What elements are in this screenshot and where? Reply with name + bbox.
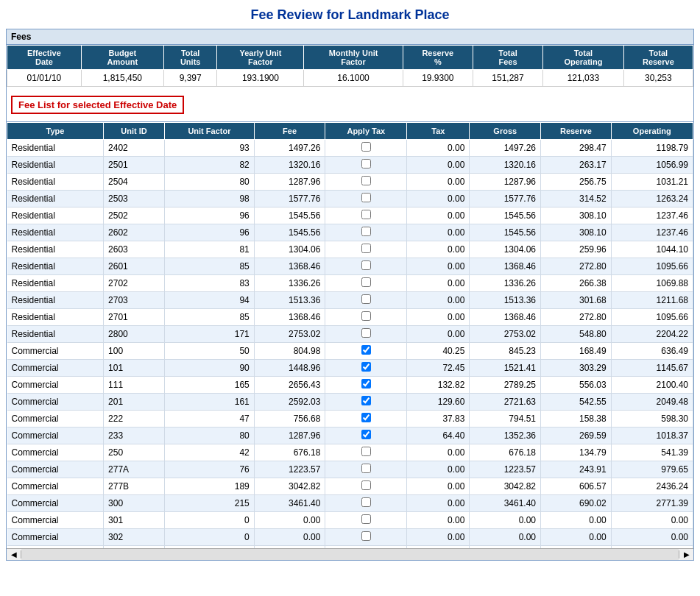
cell-6: 1368.46 [470, 258, 541, 275]
cell-6: 0.00 [470, 529, 541, 546]
cell-4[interactable] [325, 174, 407, 191]
apply-tax-checkbox[interactable] [361, 480, 371, 490]
header-col-monthly_unit_factor: Monthly UnitFactor [304, 46, 403, 70]
apply-tax-checkbox[interactable] [361, 227, 371, 236]
apply-tax-checkbox[interactable] [361, 328, 371, 338]
cell-2: 0 [165, 512, 255, 529]
table-row: Residential2703941513.360.001513.36301.6… [7, 292, 693, 309]
detail-col-fee: Fee [254, 123, 325, 140]
cell-4[interactable] [325, 411, 407, 428]
table-row: Residential2402931497.260.001497.26298.4… [7, 140, 693, 157]
cell-1: 2800 [104, 326, 165, 343]
cell-2: 50 [165, 343, 255, 360]
apply-tax-checkbox[interactable] [361, 142, 371, 152]
cell-4[interactable] [325, 360, 407, 377]
apply-tax-checkbox[interactable] [361, 413, 371, 422]
scroll-left-btn[interactable]: ◀ [7, 550, 21, 558]
cell-6: 1287.96 [470, 174, 541, 191]
cell-7: 243.91 [541, 461, 612, 478]
cell-2: 76 [165, 461, 255, 478]
apply-tax-checkbox[interactable] [361, 362, 371, 372]
cell-4[interactable] [325, 157, 407, 174]
apply-tax-checkbox[interactable] [361, 514, 371, 524]
horizontal-scrollbar[interactable] [21, 549, 679, 560]
cell-7: 308.10 [541, 207, 612, 224]
apply-tax-checkbox[interactable] [361, 294, 371, 304]
cell-0: Commercial [7, 343, 104, 360]
cell-4[interactable] [325, 191, 407, 207]
cell-6: 1352.36 [470, 428, 541, 444]
scroll-right-btn[interactable]: ▶ [679, 550, 693, 558]
apply-tax-checkbox[interactable] [361, 193, 371, 202]
apply-tax-checkbox[interactable] [361, 345, 371, 355]
cell-3: 1287.96 [254, 428, 325, 444]
table-row: Commercial30200.000.000.000.000.00 [7, 529, 693, 546]
cell-4[interactable] [325, 275, 407, 292]
cell-4[interactable] [325, 444, 407, 461]
cell-4[interactable] [325, 309, 407, 326]
cell-4[interactable] [325, 428, 407, 444]
cell-0: Residential [7, 275, 104, 292]
cell-2: 85 [165, 309, 255, 326]
apply-tax-checkbox[interactable] [361, 396, 371, 405]
apply-tax-checkbox[interactable] [361, 159, 371, 168]
cell-7: 256.75 [541, 174, 612, 191]
cell-0: Residential [7, 258, 104, 275]
cell-3: 1320.16 [254, 157, 325, 174]
cell-4[interactable] [325, 512, 407, 529]
cell-1: 277A [104, 461, 165, 478]
cell-7: 0.00 [541, 512, 612, 529]
cell-6: 1336.26 [470, 275, 541, 292]
apply-tax-checkbox[interactable] [361, 464, 371, 473]
cell-4[interactable] [325, 478, 407, 495]
cell-5: 64.40 [407, 428, 470, 444]
apply-tax-checkbox[interactable] [361, 447, 371, 456]
apply-tax-checkbox[interactable] [361, 176, 371, 185]
apply-tax-checkbox[interactable] [361, 260, 371, 270]
cell-4[interactable] [325, 343, 407, 360]
cell-0: Residential [7, 191, 104, 207]
cell-3: 0.00 [254, 512, 325, 529]
cell-3: 1545.56 [254, 207, 325, 224]
cell-2: 189 [165, 478, 255, 495]
cell-0: Commercial [7, 360, 104, 377]
cell-1: 301 [104, 512, 165, 529]
cell-4[interactable] [325, 495, 407, 512]
cell-4[interactable] [325, 394, 407, 411]
apply-tax-checkbox[interactable] [361, 311, 371, 321]
cell-4[interactable] [325, 224, 407, 241]
cell-8: 636.49 [611, 343, 693, 360]
apply-tax-checkbox[interactable] [361, 531, 371, 541]
detail-table-wrapper[interactable]: TypeUnit IDUnit FactorFeeApply TaxTaxGro… [7, 121, 693, 548]
cell-0: Residential [7, 224, 104, 241]
detail-col-unit-factor: Unit Factor [165, 123, 255, 140]
cell-4[interactable] [325, 140, 407, 157]
cell-4[interactable] [325, 241, 407, 258]
apply-tax-checkbox[interactable] [361, 244, 371, 253]
table-row: Residential2601851368.460.001368.46272.8… [7, 258, 693, 275]
cell-4[interactable] [325, 529, 407, 546]
header-col-effective_date: EffectiveDate [7, 46, 82, 70]
cell-5: 72.45 [407, 360, 470, 377]
cell-0: Commercial [7, 478, 104, 495]
apply-tax-checkbox[interactable] [361, 277, 371, 287]
cell-4[interactable] [325, 461, 407, 478]
header-col-total_fees: TotalFees [473, 46, 542, 70]
cell-7: 272.80 [541, 309, 612, 326]
cell-6: 1320.16 [470, 157, 541, 174]
cell-1: 302 [104, 529, 165, 546]
cell-4[interactable] [325, 326, 407, 343]
apply-tax-checkbox[interactable] [361, 210, 371, 219]
cell-1: 2504 [104, 174, 165, 191]
cell-3: 1287.96 [254, 174, 325, 191]
apply-tax-checkbox[interactable] [361, 497, 371, 507]
cell-8: 979.65 [611, 461, 693, 478]
cell-6: 3461.40 [470, 495, 541, 512]
cell-4[interactable] [325, 207, 407, 224]
cell-4[interactable] [325, 258, 407, 275]
cell-1: 2703 [104, 292, 165, 309]
apply-tax-checkbox[interactable] [361, 379, 371, 389]
cell-4[interactable] [325, 377, 407, 394]
apply-tax-checkbox[interactable] [361, 430, 371, 439]
cell-4[interactable] [325, 292, 407, 309]
